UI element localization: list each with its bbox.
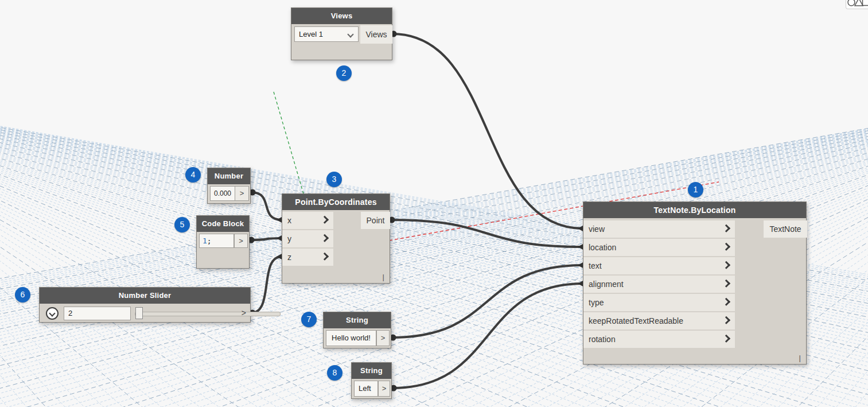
views-dropdown[interactable]: Level 1 xyxy=(294,26,359,42)
step-badge-8: 8 xyxy=(327,365,342,381)
views-dropdown-value: Level 1 xyxy=(299,30,323,38)
code-semicolon: ; xyxy=(207,237,212,245)
grid-horizon-fade xyxy=(0,84,868,91)
port-label-location: location xyxy=(589,243,616,252)
preview-toggle[interactable]: | xyxy=(799,354,801,362)
chevron-right-icon xyxy=(722,298,730,306)
slider-track[interactable] xyxy=(135,312,281,316)
textnote-input-text[interactable]: text xyxy=(583,257,735,274)
step-badge-1: 1 xyxy=(688,182,703,197)
point-output-port[interactable]: Point xyxy=(361,212,390,229)
step-badge-6: 6 xyxy=(15,287,30,303)
chevron-right-icon xyxy=(321,253,329,261)
port-label-type: type xyxy=(589,298,604,307)
chevron-right-icon xyxy=(722,243,730,251)
node-point-bycoordinates[interactable]: Point.ByCoordinates x y z Point | xyxy=(282,193,390,284)
node-string-alignment[interactable]: String Left > xyxy=(351,362,392,399)
chevron-right-icon xyxy=(722,335,730,343)
slider-expand-button[interactable] xyxy=(46,307,59,320)
port-label-view: view xyxy=(589,224,605,234)
node-number[interactable]: Number 0.000 > xyxy=(207,168,251,204)
textnote-input-rotation[interactable]: rotation xyxy=(583,331,735,348)
textnote-input-type[interactable]: type xyxy=(583,294,735,311)
node-point-title[interactable]: Point.ByCoordinates xyxy=(282,194,390,210)
geometry-preview-button[interactable] xyxy=(846,0,868,9)
node-views[interactable]: Views Level 1 Views xyxy=(291,7,392,60)
chevron-right-icon xyxy=(722,280,730,288)
port-label-keeprotatedtextreadable: keepRotatedTextReadable xyxy=(589,316,683,325)
code-number-literal: 1 xyxy=(203,237,207,245)
textnote-input-alignment[interactable]: alignment xyxy=(583,276,735,293)
string-text-output-port[interactable]: > xyxy=(376,330,390,346)
point-input-y[interactable]: y xyxy=(282,230,333,247)
node-textnote-title[interactable]: TextNote.ByLocation xyxy=(583,202,806,218)
textnote-input-location[interactable]: location xyxy=(583,239,735,256)
chevron-right-icon xyxy=(722,316,730,324)
views-output-port[interactable]: Views xyxy=(360,25,392,44)
textnote-input-view[interactable]: view xyxy=(583,220,735,238)
code-block-editor[interactable]: 1; xyxy=(199,234,234,248)
chevron-down-icon xyxy=(347,31,353,37)
point-input-z[interactable]: z xyxy=(282,249,333,266)
slider-value-input[interactable]: 2 xyxy=(64,307,131,320)
step-badge-2: 2 xyxy=(336,65,352,81)
chevron-right-icon xyxy=(321,216,329,224)
step-badge-3: 3 xyxy=(326,172,342,187)
node-string-text-title[interactable]: String xyxy=(324,312,391,328)
dynamo-workspace-canvas[interactable]: Views Level 1 Views Number 0.000 > Code … xyxy=(0,0,868,407)
geometry-shapes-icon xyxy=(847,0,868,9)
port-label-rotation: rotation xyxy=(589,335,616,344)
string-text-input[interactable]: Hello world! xyxy=(326,330,376,346)
node-textnote-bylocation[interactable]: TextNote.ByLocation view location text a… xyxy=(583,201,807,365)
chevron-down-icon xyxy=(49,310,55,316)
string-alignment-input[interactable]: Left xyxy=(354,381,378,397)
number-value-input[interactable]: 0.000 xyxy=(210,186,235,201)
point-input-x[interactable]: x xyxy=(282,212,333,229)
chevron-right-icon xyxy=(722,261,730,269)
node-slider-title[interactable]: Number Slider xyxy=(40,288,250,304)
slider-output-port[interactable]: > xyxy=(242,308,246,317)
node-number-title[interactable]: Number xyxy=(208,168,250,184)
node-number-slider[interactable]: Number Slider 2 > xyxy=(39,287,251,323)
port-label-alignment: alignment xyxy=(589,280,624,289)
preview-toggle[interactable]: | xyxy=(383,273,384,281)
string-alignment-output-port[interactable]: > xyxy=(378,381,390,397)
chevron-right-icon xyxy=(321,234,329,242)
textnote-input-keeprotatedtextreadable[interactable]: keepRotatedTextReadable xyxy=(583,312,735,330)
slider-handle[interactable] xyxy=(135,307,143,319)
number-output-port[interactable]: > xyxy=(235,186,249,201)
code-block-output-port[interactable]: > xyxy=(234,234,248,248)
step-badge-7: 7 xyxy=(301,312,317,327)
node-views-title[interactable]: Views xyxy=(291,8,392,24)
node-string-alignment-title[interactable]: String xyxy=(352,363,391,379)
node-code-block-title[interactable]: Code Block xyxy=(197,216,249,232)
port-label-z: z xyxy=(287,253,291,262)
port-label-text: text xyxy=(589,261,602,270)
port-label-x: x xyxy=(287,216,291,225)
port-label-y: y xyxy=(287,234,291,243)
step-badge-5: 5 xyxy=(174,217,190,232)
chevron-right-icon xyxy=(722,224,730,232)
node-code-block[interactable]: Code Block 1; > xyxy=(196,215,250,269)
node-string-text[interactable]: String Hello world! > xyxy=(323,312,391,348)
textnote-output-port[interactable]: TextNote xyxy=(764,220,807,238)
step-badge-4: 4 xyxy=(185,167,201,183)
